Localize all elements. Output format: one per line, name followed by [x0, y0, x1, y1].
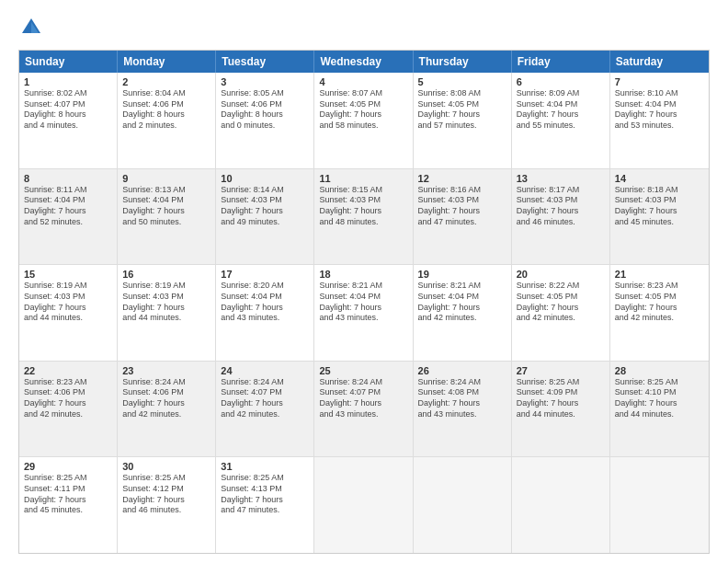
daylight-text: Daylight: 7 hours: [418, 206, 506, 217]
calendar-cell: 13Sunrise: 8:17 AMSunset: 4:03 PMDayligh…: [512, 169, 610, 265]
sunrise-text: Sunrise: 8:04 AM: [122, 88, 210, 99]
sunset-text: Sunset: 4:08 PM: [418, 387, 506, 398]
day-number: 15: [24, 269, 112, 280]
daylight-text-cont: and 43 minutes.: [319, 313, 407, 324]
daylight-text-cont: and 43 minutes.: [418, 409, 506, 420]
sunrise-text: Sunrise: 8:19 AM: [24, 281, 112, 292]
calendar-cell: 1Sunrise: 8:02 AMSunset: 4:07 PMDaylight…: [19, 73, 118, 168]
calendar-cell: 24Sunrise: 8:24 AMSunset: 4:07 PMDayligh…: [216, 362, 314, 457]
logo: [18, 15, 48, 40]
sunset-text: Sunset: 4:04 PM: [418, 292, 506, 303]
sunset-text: Sunset: 4:04 PM: [517, 99, 605, 110]
sunrise-text: Sunrise: 8:25 AM: [517, 377, 605, 388]
daylight-text-cont: and 50 minutes.: [122, 217, 210, 228]
daylight-text: Daylight: 7 hours: [319, 303, 407, 314]
sunrise-text: Sunrise: 8:24 AM: [418, 377, 506, 388]
daylight-text-cont: and 43 minutes.: [319, 409, 407, 420]
day-number: 3: [221, 76, 309, 87]
sunset-text: Sunset: 4:06 PM: [122, 387, 210, 398]
calendar-cell: 2Sunrise: 8:04 AMSunset: 4:06 PMDaylight…: [118, 73, 216, 168]
calendar-cell: 30Sunrise: 8:25 AMSunset: 4:12 PMDayligh…: [118, 457, 216, 553]
daylight-text: Daylight: 7 hours: [319, 398, 407, 409]
calendar-cell: 20Sunrise: 8:22 AMSunset: 4:05 PMDayligh…: [512, 265, 610, 361]
sunrise-text: Sunrise: 8:17 AM: [517, 185, 605, 196]
calendar-cell: 28Sunrise: 8:25 AMSunset: 4:10 PMDayligh…: [610, 362, 709, 457]
sunset-text: Sunset: 4:04 PM: [615, 99, 704, 110]
sunrise-text: Sunrise: 8:23 AM: [615, 281, 704, 292]
calendar-page: SundayMondayTuesdayWednesdayThursdayFrid…: [0, 0, 728, 563]
daylight-text: Daylight: 7 hours: [122, 495, 210, 506]
calendar-cell: 5Sunrise: 8:08 AMSunset: 4:05 PMDaylight…: [414, 73, 512, 168]
sunset-text: Sunset: 4:07 PM: [319, 387, 407, 398]
logo-icon: [18, 15, 44, 40]
daylight-text: Daylight: 7 hours: [517, 206, 605, 217]
daylight-text-cont: and 48 minutes.: [319, 217, 407, 228]
header-day-sunday: Sunday: [19, 51, 118, 73]
day-number: 20: [517, 269, 605, 280]
daylight-text-cont: and 43 minutes.: [221, 313, 309, 324]
day-number: 1: [24, 76, 112, 87]
header-day-tuesday: Tuesday: [216, 51, 314, 73]
sunrise-text: Sunrise: 8:11 AM: [24, 185, 112, 196]
sunset-text: Sunset: 4:05 PM: [319, 99, 407, 110]
day-number: 18: [319, 269, 407, 280]
sunset-text: Sunset: 4:06 PM: [221, 99, 309, 110]
calendar-body: 1Sunrise: 8:02 AMSunset: 4:07 PMDaylight…: [19, 73, 709, 553]
daylight-text-cont: and 44 minutes.: [24, 313, 112, 324]
daylight-text-cont: and 44 minutes.: [122, 313, 210, 324]
sunset-text: Sunset: 4:06 PM: [24, 387, 112, 398]
calendar-cell: 17Sunrise: 8:20 AMSunset: 4:04 PMDayligh…: [216, 265, 314, 361]
calendar-row-2: 8Sunrise: 8:11 AMSunset: 4:04 PMDaylight…: [19, 168, 709, 265]
day-number: 6: [517, 76, 605, 87]
day-number: 22: [24, 365, 112, 376]
daylight-text: Daylight: 7 hours: [418, 109, 506, 121]
sunset-text: Sunset: 4:04 PM: [24, 195, 112, 206]
daylight-text: Daylight: 8 hours: [221, 109, 309, 121]
calendar-cell: 9Sunrise: 8:13 AMSunset: 4:04 PMDaylight…: [118, 169, 216, 265]
calendar-cell: 29Sunrise: 8:25 AMSunset: 4:11 PMDayligh…: [19, 457, 118, 553]
sunrise-text: Sunrise: 8:21 AM: [319, 281, 407, 292]
sunset-text: Sunset: 4:04 PM: [319, 292, 407, 303]
calendar-cell: 18Sunrise: 8:21 AMSunset: 4:04 PMDayligh…: [314, 265, 413, 361]
calendar-cell: [512, 457, 610, 553]
day-number: 29: [24, 461, 112, 472]
sunrise-text: Sunrise: 8:09 AM: [517, 88, 605, 99]
daylight-text: Daylight: 7 hours: [517, 109, 605, 121]
sunrise-text: Sunrise: 8:25 AM: [24, 473, 112, 484]
header-day-thursday: Thursday: [414, 51, 512, 73]
sunrise-text: Sunrise: 8:15 AM: [319, 185, 407, 196]
daylight-text: Daylight: 7 hours: [221, 398, 309, 409]
sunrise-text: Sunrise: 8:20 AM: [221, 281, 309, 292]
daylight-text: Daylight: 7 hours: [319, 206, 407, 217]
daylight-text: Daylight: 7 hours: [24, 206, 112, 217]
sunrise-text: Sunrise: 8:10 AM: [615, 88, 704, 99]
sunset-text: Sunset: 4:03 PM: [24, 292, 112, 303]
sunset-text: Sunset: 4:10 PM: [615, 387, 704, 398]
calendar-cell: 26Sunrise: 8:24 AMSunset: 4:08 PMDayligh…: [414, 362, 512, 457]
sunset-text: Sunset: 4:03 PM: [418, 195, 506, 206]
sunrise-text: Sunrise: 8:13 AM: [122, 185, 210, 196]
daylight-text-cont: and 46 minutes.: [122, 505, 210, 516]
sunrise-text: Sunrise: 8:14 AM: [221, 185, 309, 196]
calendar: SundayMondayTuesdayWednesdayThursdayFrid…: [18, 50, 710, 554]
daylight-text-cont: and 46 minutes.: [517, 217, 605, 228]
sunset-text: Sunset: 4:05 PM: [615, 292, 704, 303]
day-number: 5: [418, 76, 506, 87]
calendar-cell: 22Sunrise: 8:23 AMSunset: 4:06 PMDayligh…: [19, 362, 118, 457]
sunset-text: Sunset: 4:11 PM: [24, 484, 112, 495]
calendar-cell: 10Sunrise: 8:14 AMSunset: 4:03 PMDayligh…: [216, 169, 314, 265]
calendar-cell: 31Sunrise: 8:25 AMSunset: 4:13 PMDayligh…: [216, 457, 314, 553]
sunset-text: Sunset: 4:07 PM: [221, 387, 309, 398]
sunrise-text: Sunrise: 8:08 AM: [418, 88, 506, 99]
daylight-text-cont: and 44 minutes.: [615, 409, 704, 420]
day-number: 16: [122, 269, 210, 280]
sunset-text: Sunset: 4:04 PM: [122, 195, 210, 206]
daylight-text: Daylight: 7 hours: [122, 398, 210, 409]
day-number: 11: [319, 173, 407, 184]
day-number: 17: [221, 269, 309, 280]
calendar-cell: 27Sunrise: 8:25 AMSunset: 4:09 PMDayligh…: [512, 362, 610, 457]
daylight-text: Daylight: 7 hours: [418, 398, 506, 409]
daylight-text: Daylight: 7 hours: [221, 303, 309, 314]
sunrise-text: Sunrise: 8:18 AM: [615, 185, 704, 196]
sunset-text: Sunset: 4:05 PM: [418, 99, 506, 110]
